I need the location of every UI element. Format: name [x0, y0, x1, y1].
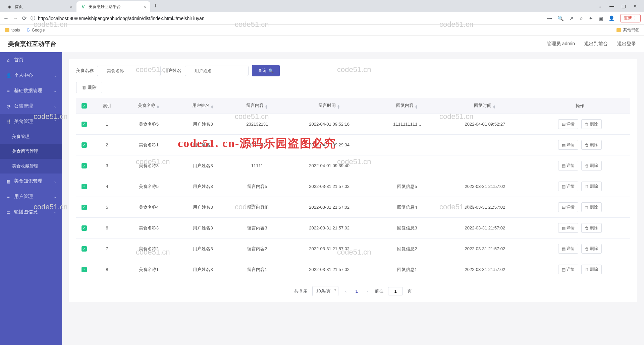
prev-page-button[interactable]: ‹	[343, 289, 348, 294]
row-checkbox[interactable]: ✓	[82, 122, 87, 127]
dropdown-icon[interactable]: ⌄	[598, 3, 602, 9]
table-row: ✓ 6 美食名称3 用户姓名3 留言内容3 2022-03-31 21:57:0…	[76, 218, 630, 238]
close-window-icon[interactable]: ✕	[633, 3, 637, 9]
row-checkbox[interactable]: ✓	[82, 205, 87, 210]
page-size-select[interactable]: 10条/页	[312, 286, 338, 296]
maximize-icon[interactable]: ▢	[622, 3, 626, 9]
google-icon: G	[26, 28, 30, 32]
sidebar-item-0[interactable]: ⌂首页	[0, 52, 62, 68]
profile-icon[interactable]: 👤	[608, 15, 615, 21]
bookmark-google[interactable]: GGoogle	[26, 28, 45, 32]
cell-ops: ▤详情 🗑删除	[530, 176, 630, 197]
row-delete-button[interactable]: 🗑删除	[581, 140, 602, 150]
page-number[interactable]: 1	[354, 289, 360, 294]
sidebar-subitem-0[interactable]: 美食管理	[0, 129, 62, 144]
row-checkbox[interactable]: ✓	[82, 267, 87, 272]
checkbox-all[interactable]: ✓	[82, 103, 87, 109]
row-checkbox[interactable]: ✓	[82, 225, 87, 231]
detail-button[interactable]: ▤详情	[558, 161, 578, 170]
row-checkbox[interactable]: ✓	[82, 163, 87, 168]
detail-button[interactable]: ▤详情	[558, 202, 578, 212]
chevron-icon: ⌃	[54, 120, 57, 124]
extensions-icon[interactable]: ✦	[589, 15, 593, 21]
bookmark-other[interactable]: 其他书签	[616, 27, 639, 33]
browser-tab-active[interactable]: V 美食烹饪互动平台 ×	[76, 1, 150, 12]
search-icon[interactable]: 🔍	[557, 15, 564, 21]
sidebar-item-7[interactable]: ▤轮播图信息⌄	[0, 204, 62, 220]
sidebar-subitem-2[interactable]: 美食收藏管理	[0, 159, 62, 174]
chevron-icon: ⌄	[54, 179, 57, 184]
url-field[interactable]: ⓘ http://localhost:8080/meishipengrenhud…	[31, 15, 543, 21]
row-delete-button[interactable]: 🗑删除	[581, 223, 602, 233]
cell-name: 美食名称1	[122, 259, 176, 280]
row-delete-button[interactable]: 🗑删除	[581, 244, 602, 254]
sidebar-item-2[interactable]: ≡基础数据管理⌄	[0, 83, 62, 98]
next-page-button[interactable]: ›	[365, 289, 370, 294]
bookmark-tools[interactable]: tools	[5, 28, 20, 32]
batch-delete-button[interactable]: 🗑删除	[76, 82, 102, 93]
col-header[interactable]: 留言内容▲▼	[230, 98, 284, 114]
close-icon[interactable]: ×	[70, 4, 72, 9]
detail-button[interactable]: ▤详情	[558, 223, 578, 233]
row-delete-button[interactable]: 🗑删除	[581, 119, 602, 129]
sidebar-item-4[interactable]: 🍴美食管理⌃	[0, 114, 62, 129]
cell-rtime	[440, 155, 530, 176]
sidebar-item-1[interactable]: 👤个人中心⌄	[0, 68, 62, 83]
row-checkbox[interactable]: ✓	[82, 184, 87, 189]
row-checkbox[interactable]: ✓	[82, 246, 87, 252]
browser-tab-inactive[interactable]: ⊕ 首页 ×	[3, 1, 76, 12]
cell-msg: 232132131	[230, 114, 284, 135]
col-header: 索引	[92, 98, 122, 114]
forward-button[interactable]: →	[13, 15, 18, 21]
cell-reply: 回复信息3	[374, 218, 440, 238]
sidebar-subitem-1[interactable]: 美食留言管理	[0, 144, 62, 159]
menu-icon: ◔	[6, 104, 11, 109]
user-info[interactable]: 管理员 admin	[547, 41, 575, 47]
back-button[interactable]: ←	[3, 15, 9, 21]
sidebar-item-3[interactable]: ◔公告管理⌄	[0, 98, 62, 114]
goto-page-input[interactable]	[388, 287, 403, 295]
doc-icon: ▤	[562, 267, 566, 272]
col-header[interactable]: 回复时间▲▼	[440, 98, 530, 114]
detail-button[interactable]: ▤详情	[558, 119, 578, 129]
bookmark-bar: tools GGoogle 其他书签	[0, 25, 644, 36]
detail-button[interactable]: ▤详情	[558, 244, 578, 254]
query-button[interactable]: 查询🔍	[252, 65, 280, 76]
goto-front-link[interactable]: 退出到前台	[584, 41, 608, 47]
key-icon[interactable]: ⊶	[547, 15, 552, 21]
row-delete-button[interactable]: 🗑删除	[581, 265, 602, 274]
col-header[interactable]: 回复内容▲▼	[374, 98, 440, 114]
doc-icon: ▤	[562, 247, 566, 251]
cell-user: 用户姓名3	[176, 176, 230, 197]
filter-user-input[interactable]	[185, 66, 249, 76]
col-header[interactable]: 留言时间▲▼	[284, 98, 374, 114]
bookmark-icon[interactable]: ☆	[579, 15, 583, 21]
close-icon[interactable]: ×	[144, 4, 146, 9]
row-delete-button[interactable]: 🗑删除	[581, 161, 602, 170]
minimize-icon[interactable]: —	[609, 3, 614, 9]
detail-button[interactable]: ▤详情	[558, 265, 578, 274]
reload-button[interactable]: ⟳	[22, 15, 26, 21]
detail-button[interactable]: ▤详情	[558, 182, 578, 191]
share-icon[interactable]: ↗	[569, 15, 574, 21]
folder-icon	[5, 28, 9, 32]
row-delete-button[interactable]: 🗑删除	[581, 182, 602, 191]
detail-button[interactable]: ▤详情	[558, 140, 578, 150]
col-header[interactable]: 用户姓名▲▼	[176, 98, 230, 114]
main-content: 美食名称 🔍 用户姓名 🔍 查询🔍 🗑删除 ✓索引美食名称▲▼用户姓名▲▼留言内…	[62, 52, 644, 345]
table-row: ✓ 7 美食名称2 用户姓名3 留言内容2 2022-03-31 21:57:0…	[76, 238, 630, 259]
cell-mtime: 2022-03-31 21:57:02	[284, 218, 374, 238]
sidebar-item-6[interactable]: ≡用户管理⌄	[0, 189, 62, 204]
new-tab-button[interactable]: +	[150, 3, 161, 10]
side-panel-icon[interactable]: ▣	[598, 15, 603, 21]
col-header[interactable]: 美食名称▲▼	[122, 98, 176, 114]
logout-link[interactable]: 退出登录	[617, 41, 636, 47]
cell-name: 美食名称5	[122, 176, 176, 197]
row-delete-button[interactable]: 🗑删除	[581, 202, 602, 212]
sidebar-item-5[interactable]: ▦美食知识管理⌄	[0, 174, 62, 189]
sort-icon: ▲▼	[337, 105, 340, 109]
update-button[interactable]: 更新 ⋮	[620, 14, 641, 22]
filter-name-input[interactable]	[97, 66, 161, 76]
row-checkbox[interactable]: ✓	[82, 142, 87, 148]
cell-mtime: 2022-03-31 21:57:02	[284, 259, 374, 280]
